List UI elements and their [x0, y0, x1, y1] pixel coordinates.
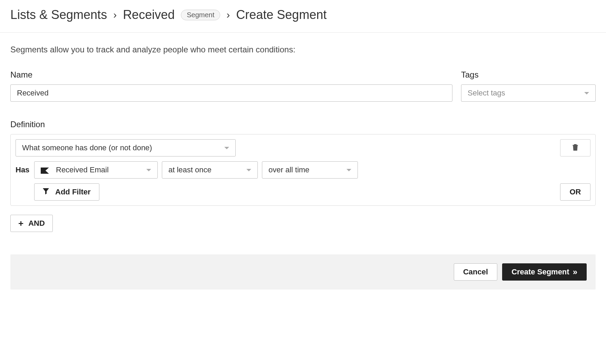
- condition-type-value: What someone has done (or not done): [22, 143, 152, 152]
- frequency-value: at least once: [168, 165, 212, 174]
- add-filter-button[interactable]: Add Filter: [34, 183, 99, 201]
- page-header: Lists & Segments › Received Segment › Cr…: [0, 0, 606, 33]
- chevron-right-icon: ›: [113, 9, 117, 21]
- and-label: AND: [28, 219, 45, 228]
- flag-icon: [41, 167, 49, 173]
- create-segment-button[interactable]: Create Segment »: [502, 263, 587, 281]
- tags-label: Tags: [461, 70, 596, 80]
- caret-down-icon: [584, 92, 589, 94]
- trash-icon: [572, 143, 578, 152]
- breadcrumb: Lists & Segments › Received Segment › Cr…: [10, 8, 596, 22]
- chevron-right-double-icon: »: [573, 267, 577, 277]
- name-input[interactable]: [10, 84, 452, 102]
- condition-type-select[interactable]: What someone has done (or not done): [16, 139, 236, 156]
- segment-badge: Segment: [181, 10, 220, 20]
- delete-condition-button[interactable]: [560, 139, 590, 156]
- or-button[interactable]: OR: [560, 183, 590, 201]
- timeframe-select[interactable]: over all time: [262, 161, 358, 179]
- intro-text: Segments allow you to track and analyze …: [10, 45, 596, 54]
- breadcrumb-root-link[interactable]: Lists & Segments: [10, 8, 107, 22]
- chevron-right-icon: ›: [226, 9, 230, 21]
- caret-down-icon: [246, 169, 251, 171]
- plus-icon: +: [18, 219, 23, 228]
- metric-value: Received Email: [56, 165, 139, 174]
- breadcrumb-segment-link[interactable]: Received: [123, 8, 175, 22]
- metric-select[interactable]: Received Email: [34, 161, 158, 179]
- frequency-select[interactable]: at least once: [162, 161, 258, 179]
- name-label: Name: [10, 70, 452, 80]
- has-label: Has: [16, 165, 30, 174]
- caret-down-icon: [346, 169, 351, 171]
- caret-down-icon: [224, 147, 229, 149]
- and-button[interactable]: + AND: [10, 215, 53, 232]
- cancel-button[interactable]: Cancel: [454, 263, 497, 281]
- definition-box: What someone has done (or not done) Has: [10, 134, 596, 206]
- create-segment-label: Create Segment: [511, 267, 569, 276]
- timeframe-value: over all time: [268, 165, 310, 174]
- footer-bar: Cancel Create Segment »: [10, 254, 596, 290]
- filter-icon: [43, 188, 49, 196]
- caret-down-icon: [146, 169, 151, 171]
- breadcrumb-current: Create Segment: [236, 8, 326, 22]
- tags-select-placeholder: Select tags: [468, 89, 505, 98]
- add-filter-label: Add Filter: [55, 188, 91, 196]
- tags-select[interactable]: Select tags: [461, 84, 596, 102]
- definition-label: Definition: [10, 120, 596, 129]
